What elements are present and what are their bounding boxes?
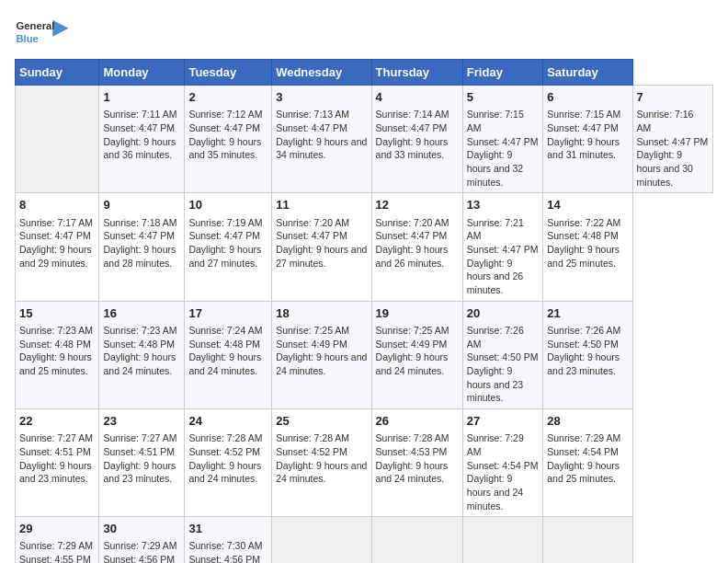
sunset-text: Sunset: 4:51 PM — [19, 446, 91, 457]
sunrise-text: Sunrise: 7:26 AM — [467, 325, 524, 350]
sunset-text: Sunset: 4:49 PM — [276, 339, 347, 350]
daylight-text: Daylight: 9 hours and 25 minutes. — [19, 351, 92, 376]
daylight-text: Daylight: 9 hours and 23 minutes. — [19, 460, 92, 485]
daylight-text: Daylight: 9 hours and 25 minutes. — [547, 460, 620, 485]
calendar-cell: 26Sunrise: 7:28 AMSunset: 4:53 PMDayligh… — [371, 408, 462, 516]
daylight-text: Daylight: 9 hours and 35 minutes. — [188, 136, 261, 161]
day-number: 4 — [376, 89, 459, 106]
daylight-text: Daylight: 9 hours and 24 minutes. — [276, 460, 367, 485]
week-row-4: 29Sunrise: 7:29 AMSunset: 4:55 PMDayligh… — [16, 517, 713, 563]
calendar-cell: 7Sunrise: 7:16 AMSunset: 4:47 PMDaylight… — [632, 86, 712, 193]
sunset-text: Sunset: 4:47 PM — [188, 122, 260, 133]
sunset-text: Sunset: 4:47 PM — [188, 230, 260, 241]
sunset-text: Sunset: 4:48 PM — [188, 339, 260, 350]
calendar-cell: 31Sunrise: 7:30 AMSunset: 4:56 PMDayligh… — [185, 517, 272, 563]
daylight-text: Daylight: 9 hours and 33 minutes. — [376, 136, 449, 161]
day-number: 27 — [467, 413, 539, 430]
calendar-cell: 3Sunrise: 7:13 AMSunset: 4:47 PMDaylight… — [272, 86, 371, 193]
daylight-text: Daylight: 9 hours and 26 minutes. — [467, 258, 523, 295]
sunset-text: Sunset: 4:52 PM — [276, 446, 347, 457]
header-monday: Monday — [99, 60, 185, 86]
calendar-cell: 9Sunrise: 7:18 AMSunset: 4:47 PMDaylight… — [99, 193, 185, 301]
daylight-text: Daylight: 9 hours and 23 minutes. — [547, 351, 620, 376]
calendar-cell — [16, 86, 99, 193]
sunrise-text: Sunrise: 7:23 AM — [103, 325, 176, 336]
sunrise-text: Sunrise: 7:26 AM — [547, 325, 620, 336]
sunset-text: Sunset: 4:55 PM — [19, 554, 91, 563]
calendar-cell: 11Sunrise: 7:20 AMSunset: 4:47 PMDayligh… — [272, 193, 371, 301]
calendar-cell: 10Sunrise: 7:19 AMSunset: 4:47 PMDayligh… — [185, 193, 272, 301]
sunset-text: Sunset: 4:51 PM — [103, 446, 175, 457]
calendar-cell: 4Sunrise: 7:14 AMSunset: 4:47 PMDaylight… — [371, 86, 462, 193]
sunrise-text: Sunrise: 7:29 AM — [103, 540, 176, 551]
sunset-text: Sunset: 4:47 PM — [276, 230, 347, 241]
sunset-text: Sunset: 4:54 PM — [547, 446, 619, 457]
sunrise-text: Sunrise: 7:28 AM — [376, 432, 449, 443]
sunset-text: Sunset: 4:53 PM — [376, 446, 448, 457]
header-tuesday: Tuesday — [185, 60, 272, 86]
calendar-header-row: SundayMondayTuesdayWednesdayThursdayFrid… — [16, 60, 713, 86]
sunset-text: Sunset: 4:47 PM — [19, 230, 91, 241]
day-number: 17 — [188, 305, 267, 322]
calendar-cell: 24Sunrise: 7:28 AMSunset: 4:52 PMDayligh… — [185, 408, 272, 516]
calendar-cell: 8Sunrise: 7:17 AMSunset: 4:47 PMDaylight… — [16, 193, 99, 301]
daylight-text: Daylight: 9 hours and 29 minutes. — [19, 244, 92, 269]
calendar-cell: 28Sunrise: 7:29 AMSunset: 4:54 PMDayligh… — [543, 408, 632, 516]
sunset-text: Sunset: 4:47 PM — [276, 122, 347, 133]
header: GeneralBlue — [15, 15, 713, 52]
daylight-text: Daylight: 9 hours and 27 minutes. — [276, 244, 367, 269]
day-number: 12 — [376, 197, 459, 213]
week-row-2: 15Sunrise: 7:23 AMSunset: 4:48 PMDayligh… — [16, 301, 713, 408]
day-number: 29 — [19, 521, 95, 537]
day-number: 5 — [467, 89, 539, 106]
daylight-text: Daylight: 9 hours and 24 minutes. — [376, 460, 449, 485]
calendar-cell: 16Sunrise: 7:23 AMSunset: 4:48 PMDayligh… — [99, 301, 185, 408]
sunrise-text: Sunrise: 7:28 AM — [276, 432, 349, 443]
calendar-cell: 25Sunrise: 7:28 AMSunset: 4:52 PMDayligh… — [272, 408, 371, 516]
calendar-cell: 14Sunrise: 7:22 AMSunset: 4:48 PMDayligh… — [543, 193, 632, 301]
sunrise-text: Sunrise: 7:19 AM — [188, 217, 262, 228]
sunset-text: Sunset: 4:48 PM — [103, 339, 175, 350]
daylight-text: Daylight: 9 hours and 24 minutes. — [188, 351, 261, 376]
calendar-cell: 17Sunrise: 7:24 AMSunset: 4:48 PMDayligh… — [185, 301, 272, 408]
daylight-text: Daylight: 9 hours and 24 minutes. — [376, 351, 449, 376]
sunset-text: Sunset: 4:56 PM — [103, 554, 175, 563]
day-number: 31 — [188, 521, 267, 537]
calendar-cell: 13Sunrise: 7:21 AMSunset: 4:47 PMDayligh… — [462, 193, 542, 301]
header-wednesday: Wednesday — [272, 60, 371, 86]
svg-marker-0 — [52, 20, 68, 37]
day-number: 14 — [547, 197, 628, 213]
daylight-text: Daylight: 9 hours and 34 minutes. — [276, 136, 367, 161]
sunrise-text: Sunrise: 7:11 AM — [103, 109, 176, 120]
calendar-cell — [371, 517, 462, 563]
daylight-text: Daylight: 9 hours and 23 minutes. — [103, 460, 176, 485]
logo-svg: GeneralBlue — [15, 15, 70, 52]
week-row-0: 1Sunrise: 7:11 AMSunset: 4:47 PMDaylight… — [16, 86, 713, 193]
sunset-text: Sunset: 4:47 PM — [467, 136, 539, 147]
sunrise-text: Sunrise: 7:29 AM — [19, 540, 93, 551]
calendar-cell — [462, 517, 542, 563]
day-number: 22 — [19, 413, 95, 430]
day-number: 10 — [188, 197, 267, 213]
sunrise-text: Sunrise: 7:30 AM — [188, 540, 262, 551]
daylight-text: Daylight: 9 hours and 23 minutes. — [467, 365, 523, 403]
sunrise-text: Sunrise: 7:17 AM — [19, 217, 93, 228]
sunset-text: Sunset: 4:50 PM — [467, 351, 539, 362]
header-sunday: Sunday — [16, 60, 99, 86]
header-thursday: Thursday — [371, 60, 462, 86]
daylight-text: Daylight: 9 hours and 32 minutes. — [467, 149, 523, 187]
day-number: 7 — [637, 89, 709, 106]
sunrise-text: Sunrise: 7:15 AM — [547, 109, 620, 120]
day-number: 26 — [376, 413, 459, 430]
calendar-cell: 30Sunrise: 7:29 AMSunset: 4:56 PMDayligh… — [99, 517, 185, 563]
sunrise-text: Sunrise: 7:28 AM — [188, 432, 262, 443]
day-number: 18 — [276, 305, 367, 322]
week-row-3: 22Sunrise: 7:27 AMSunset: 4:51 PMDayligh… — [16, 408, 713, 516]
daylight-text: Daylight: 9 hours and 30 minutes. — [637, 149, 693, 187]
calendar-cell: 27Sunrise: 7:29 AMSunset: 4:54 PMDayligh… — [462, 408, 542, 516]
sunset-text: Sunset: 4:48 PM — [19, 339, 91, 350]
calendar-cell: 5Sunrise: 7:15 AMSunset: 4:47 PMDaylight… — [462, 86, 542, 193]
sunset-text: Sunset: 4:47 PM — [376, 122, 448, 133]
calendar-cell: 20Sunrise: 7:26 AMSunset: 4:50 PMDayligh… — [462, 301, 542, 408]
sunrise-text: Sunrise: 7:29 AM — [547, 432, 620, 443]
